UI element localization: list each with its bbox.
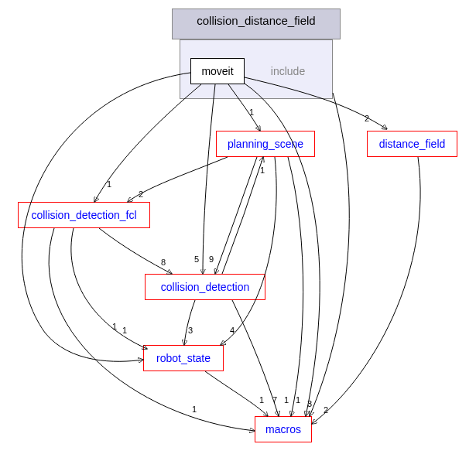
w-moveit-rs: 1 xyxy=(112,322,117,331)
w-cd-rs: 3 xyxy=(188,326,193,335)
label-moveit: moveit xyxy=(201,65,233,77)
w-fcl-rs: 1 xyxy=(122,326,127,335)
label-collision-distance-field: collision_distance_field xyxy=(197,14,315,27)
label-macros: macros xyxy=(265,423,301,435)
w-fcl-cd: 8 xyxy=(161,258,166,267)
node-include: include xyxy=(257,58,319,84)
w-moveit-macros: 1 xyxy=(296,395,300,405)
node-collision-distance-field: collision_distance_field xyxy=(172,9,341,39)
node-distance-field[interactable]: distance_field xyxy=(367,131,457,157)
label-include: include xyxy=(271,65,305,77)
w-ps-rs: 4 xyxy=(230,326,235,335)
w-ps-fcl: 2 xyxy=(139,190,143,199)
w-cd-ps: 1 xyxy=(260,166,265,175)
node-collision-detection[interactable]: collision_detection xyxy=(145,274,265,300)
node-robot-state[interactable]: robot_state xyxy=(143,345,224,371)
node-moveit[interactable]: moveit xyxy=(190,58,245,84)
node-collision-detection-fcl[interactable]: collision_detection_fcl xyxy=(18,202,150,228)
w-cd-macros: 7 xyxy=(272,395,277,405)
label-planning-scene: planning_scene xyxy=(228,138,303,150)
w-moveit-cd: 5 xyxy=(194,254,199,264)
w-include-macros: 1 xyxy=(259,395,264,405)
w-moveit-ps: 1 xyxy=(249,108,254,117)
label-distance-field: distance_field xyxy=(379,138,446,150)
label-collision-detection-fcl: collision_detection_fcl xyxy=(31,209,136,221)
w-ps-macros: 1 xyxy=(284,395,289,405)
w-moveit-fcl: 1 xyxy=(107,179,111,189)
w-moveit-df: 2 xyxy=(365,114,369,123)
node-macros[interactable]: macros xyxy=(255,416,312,442)
label-robot-state: robot_state xyxy=(156,352,211,364)
w-fcl-macros: 1 xyxy=(192,405,197,414)
w-df-macros: 2 xyxy=(324,405,328,415)
w-ps-cd: 9 xyxy=(209,254,214,264)
w-rs-macros: 3 xyxy=(307,399,312,408)
label-collision-detection: collision_detection xyxy=(161,281,249,293)
node-planning-scene[interactable]: planning_scene xyxy=(216,131,315,157)
